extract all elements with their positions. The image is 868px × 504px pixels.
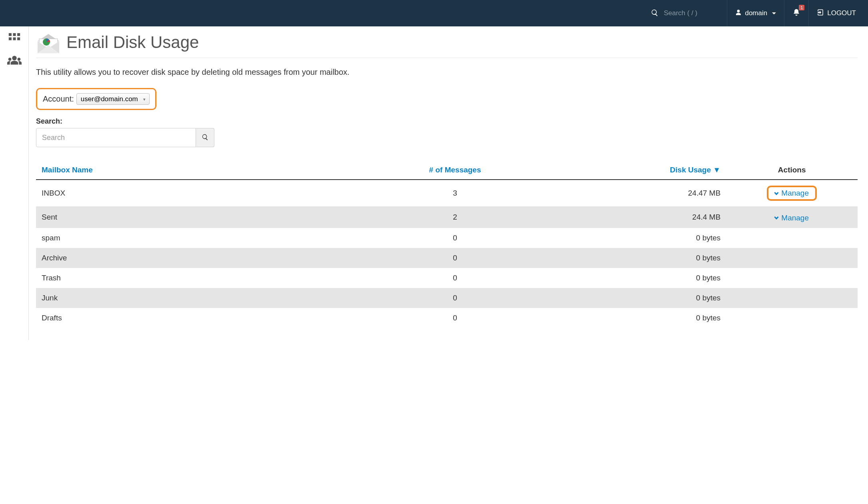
page-description: This utility allows you to recover disk … bbox=[36, 68, 858, 77]
notifications-button[interactable]: 1 bbox=[784, 0, 808, 26]
cell-message-count: 0 bbox=[365, 268, 546, 288]
cell-actions: Manage bbox=[726, 180, 858, 206]
cell-message-count: 3 bbox=[365, 180, 546, 206]
cell-disk-usage: 0 bytes bbox=[546, 268, 726, 288]
global-search[interactable] bbox=[644, 0, 727, 26]
table-row: Junk00 bytes bbox=[36, 288, 858, 308]
cell-message-count: 2 bbox=[365, 206, 546, 228]
col-header-actions: Actions bbox=[726, 161, 858, 180]
manage-highlight: Manage bbox=[767, 186, 817, 201]
table-row: Drafts00 bytes bbox=[36, 308, 858, 328]
search-row bbox=[36, 128, 858, 147]
logout-button[interactable]: LOGOUT bbox=[808, 0, 864, 26]
svg-rect-3 bbox=[8, 37, 11, 40]
account-label: Account: bbox=[43, 94, 74, 104]
cell-mailbox-name: Junk bbox=[36, 288, 365, 308]
table-row: Sent224.4 MBManage bbox=[36, 206, 858, 228]
user-menu[interactable]: domain bbox=[727, 0, 784, 26]
cell-actions bbox=[726, 268, 858, 288]
cell-actions bbox=[726, 288, 858, 308]
cell-actions bbox=[726, 228, 858, 248]
cell-disk-usage: 24.4 MB bbox=[546, 206, 726, 228]
search-icon bbox=[202, 134, 209, 142]
col-header-name[interactable]: Mailbox Name bbox=[36, 161, 365, 180]
svg-rect-4 bbox=[13, 37, 16, 40]
cell-message-count: 0 bbox=[365, 248, 546, 268]
table-row: Archive00 bytes bbox=[36, 248, 858, 268]
cell-actions bbox=[726, 248, 858, 268]
cell-disk-usage: 0 bytes bbox=[546, 248, 726, 268]
svg-rect-1 bbox=[13, 33, 16, 36]
svg-rect-2 bbox=[17, 33, 20, 36]
logout-icon bbox=[817, 9, 824, 18]
table-row: spam00 bytes bbox=[36, 228, 858, 248]
users-icon[interactable] bbox=[7, 54, 22, 67]
cell-mailbox-name: Drafts bbox=[36, 308, 365, 328]
chevron-down-icon bbox=[774, 215, 779, 219]
svg-point-8 bbox=[17, 58, 20, 61]
cell-disk-usage: 0 bytes bbox=[546, 308, 726, 328]
cell-mailbox-name: INBOX bbox=[36, 180, 365, 206]
cell-mailbox-name: spam bbox=[36, 228, 365, 248]
page-title: Email Disk Usage bbox=[66, 33, 199, 52]
user-label: domain bbox=[745, 9, 767, 17]
cell-message-count: 0 bbox=[365, 288, 546, 308]
apps-grid-icon[interactable] bbox=[8, 32, 21, 47]
email-disk-usage-icon bbox=[36, 33, 59, 52]
account-select[interactable]: user@domain.com bbox=[76, 93, 150, 105]
search-input[interactable] bbox=[36, 128, 196, 147]
sidebar bbox=[0, 26, 29, 340]
main-content: Email Disk Usage This utility allows you… bbox=[29, 26, 868, 340]
topbar: domain 1 LOGOUT bbox=[0, 0, 868, 26]
account-selector-highlight: Account: user@domain.com bbox=[36, 88, 156, 110]
cell-mailbox-name: Sent bbox=[36, 206, 365, 228]
cell-message-count: 0 bbox=[365, 228, 546, 248]
cell-actions bbox=[726, 308, 858, 328]
svg-point-7 bbox=[8, 58, 11, 61]
search-label: Search: bbox=[36, 117, 858, 126]
global-search-input[interactable] bbox=[664, 9, 720, 17]
table-row: Trash00 bytes bbox=[36, 268, 858, 288]
cell-mailbox-name: Archive bbox=[36, 248, 365, 268]
cell-message-count: 0 bbox=[365, 308, 546, 328]
search-button[interactable] bbox=[196, 128, 214, 147]
cell-mailbox-name: Trash bbox=[36, 268, 365, 288]
cell-disk-usage: 0 bytes bbox=[546, 288, 726, 308]
manage-button[interactable]: Manage bbox=[775, 189, 809, 198]
manage-button[interactable]: Manage bbox=[775, 214, 809, 222]
col-header-messages[interactable]: # of Messages bbox=[365, 161, 546, 180]
page-header: Email Disk Usage bbox=[36, 33, 858, 58]
chevron-down-icon bbox=[772, 12, 776, 14]
logout-label: LOGOUT bbox=[827, 9, 856, 17]
mailbox-table: Mailbox Name # of Messages Disk Usage ▼ … bbox=[36, 161, 858, 328]
svg-rect-5 bbox=[17, 37, 20, 40]
search-icon bbox=[651, 9, 659, 18]
manage-label: Manage bbox=[781, 214, 809, 222]
chevron-down-icon bbox=[774, 190, 779, 195]
svg-point-6 bbox=[12, 56, 16, 60]
user-icon bbox=[735, 9, 742, 18]
col-header-disk[interactable]: Disk Usage ▼ bbox=[546, 161, 726, 180]
manage-label: Manage bbox=[781, 189, 809, 198]
cell-disk-usage: 0 bytes bbox=[546, 228, 726, 248]
notification-badge: 1 bbox=[799, 5, 804, 10]
svg-rect-0 bbox=[8, 33, 11, 36]
cell-actions: Manage bbox=[726, 206, 858, 228]
table-row: INBOX324.47 MBManage bbox=[36, 180, 858, 206]
cell-disk-usage: 24.47 MB bbox=[546, 180, 726, 206]
